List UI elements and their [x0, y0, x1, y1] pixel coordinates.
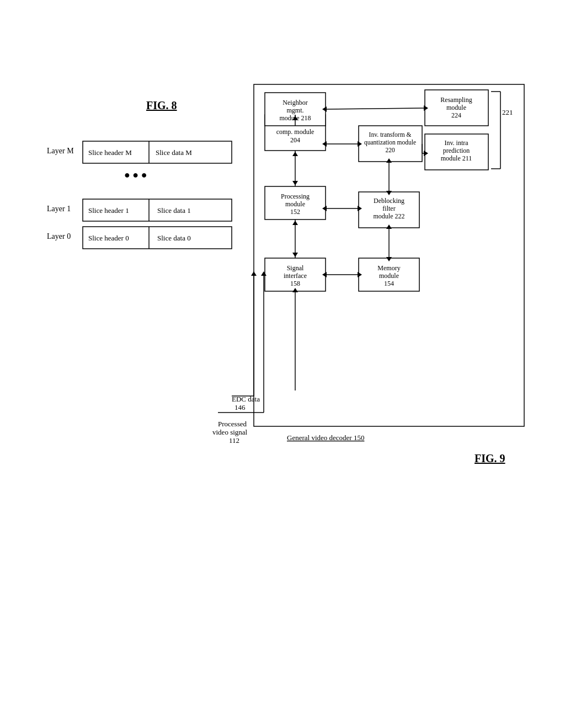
- general-video-decoder-label: General video decoder 150: [287, 433, 364, 442]
- slice-data-0: Slice data 0: [157, 234, 191, 242]
- signal-interface-text1: Signal: [287, 264, 304, 272]
- memory-module-text1: Memory: [377, 264, 400, 272]
- deblocking-text3: module 222: [374, 212, 405, 220]
- processing-module-text1: Processing: [281, 192, 310, 200]
- processing-module-text2: module: [285, 200, 305, 208]
- processed-video-text3: 112: [229, 436, 239, 445]
- neighbor-mgmt-text2: mgmt.: [286, 106, 303, 114]
- dots: ● ● ●: [124, 169, 147, 180]
- slice-data-1: Slice data 1: [157, 206, 191, 215]
- label-221: 221: [502, 108, 513, 116]
- fig9-title: FIG. 9: [475, 452, 505, 464]
- memory-module-text3: 154: [384, 280, 394, 287]
- slice-data-m: Slice data M: [156, 148, 192, 157]
- slice-header-1: Slice header 1: [88, 206, 129, 215]
- inv-intra-text3: module 211: [441, 154, 472, 162]
- decode-motion-text3: 204: [290, 136, 300, 144]
- memory-module-text2: module: [379, 272, 399, 280]
- fig8-title: FIG. 8: [146, 99, 177, 111]
- inv-intra-text2: prediction: [443, 147, 470, 154]
- neighbor-mgmt-text1: Neighbor: [282, 99, 307, 106]
- resampling-text1: Resampling: [440, 96, 472, 104]
- inv-transform-text3: 220: [385, 147, 395, 153]
- edc-data-text2: 146: [234, 403, 246, 411]
- resampling-text2: module: [446, 104, 466, 111]
- inv-transform-text1: Inv. transform &: [369, 131, 412, 138]
- decode-motion-text2: comp. module: [276, 128, 315, 136]
- deblocking-text2: filter: [382, 205, 395, 212]
- layer-m-label: Layer M: [47, 147, 74, 155]
- layer-1-label: Layer 1: [47, 205, 71, 213]
- processing-module-text3: 152: [290, 208, 300, 216]
- processed-video-text1: Processed: [218, 420, 247, 428]
- inv-transform-text2: quantization module: [364, 139, 416, 146]
- signal-interface-text3: 158: [290, 280, 300, 287]
- resampling-text3: 224: [451, 111, 461, 119]
- slice-header-m: Slice header M: [88, 148, 132, 157]
- deblocking-text1: Deblocking: [374, 197, 404, 205]
- processed-video-text2: video signal: [212, 428, 248, 436]
- header-center: [279, 22, 286, 32]
- slice-header-0: Slice header 0: [88, 234, 129, 242]
- layer-0-label: Layer 0: [47, 232, 71, 240]
- main-content: FIG. 8 Layer M Slice header M Slice data…: [0, 43, 565, 705]
- diagram-svg: FIG. 8 Layer M Slice header M Slice data…: [17, 43, 546, 677]
- inv-intra-text1: Inv. intra: [444, 139, 468, 147]
- page-header: [0, 0, 565, 43]
- signal-interface-text2: interface: [284, 272, 307, 280]
